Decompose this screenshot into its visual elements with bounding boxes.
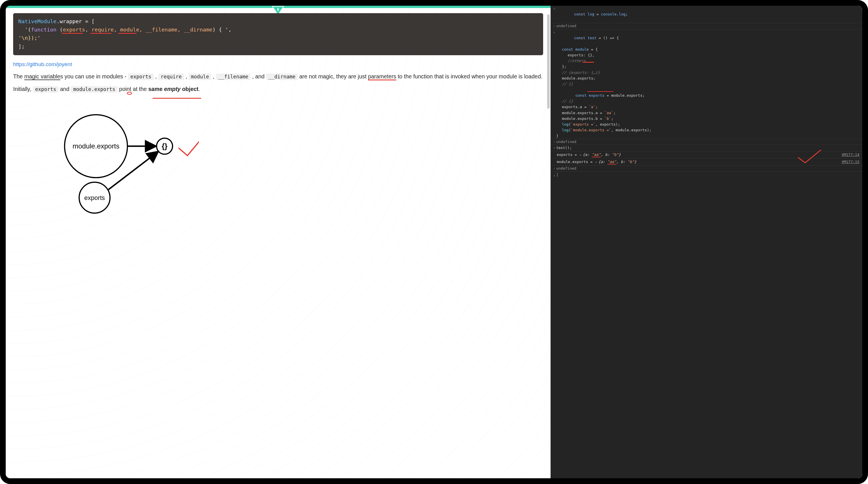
return-icon <box>552 166 556 171</box>
article-panel: NativeModule.wrapper = [ '(function (exp… <box>6 6 551 478</box>
code-pill-exports: exports <box>128 74 154 80</box>
code-text: NativeModule <box>18 18 57 24</box>
diagram-label-empty-object: {} <box>162 142 167 150</box>
source-link[interactable]: VM177:15 <box>841 159 860 165</box>
exports-diagram: module.exports exports {} <box>13 110 199 216</box>
devtools-console[interactable]: const log = console.log; undefined const… <box>551 6 862 478</box>
source-link[interactable]: https://github.com/joyent <box>13 61 72 68</box>
diagram-label-exports: exports <box>84 194 105 201</box>
code-pill-dirname: __dirname <box>266 74 298 80</box>
prompt-icon <box>552 6 556 23</box>
diagram-label-module-exports: module.exports <box>72 142 119 150</box>
paragraph-1: The magic variables you can use in modul… <box>13 73 543 80</box>
code-pill-exports2: exports <box>33 86 59 93</box>
console-input-line: const test = () => { <box>551 29 862 47</box>
prompt-icon <box>552 145 556 151</box>
console-return-line: undefined <box>551 166 862 171</box>
code-pill-filename: __filename <box>216 74 251 80</box>
svg-point-1 <box>127 92 132 94</box>
prompt-icon <box>552 29 556 47</box>
paragraph-2: Initially, exports and module.exports po… <box>13 85 543 101</box>
source-link[interactable]: VM177:14 <box>841 152 860 158</box>
progress-bar <box>6 6 551 8</box>
annotation-underline <box>153 98 201 99</box>
code-pill-module: module <box>189 74 211 80</box>
annotation-underline <box>583 62 594 63</box>
console-prompt[interactable] <box>551 172 862 178</box>
console-return-line: undefined <box>551 139 862 145</box>
console-return-line: undefined <box>551 23 862 29</box>
console-input-line: const log = console.log; <box>551 6 862 23</box>
return-icon <box>552 139 556 145</box>
annotation-check-icon <box>797 149 822 165</box>
text-cursor <box>557 173 557 177</box>
annotation-circle-icon <box>127 91 133 95</box>
code-pill-moduleexports: module.exports <box>71 86 118 93</box>
prompt-icon <box>552 173 556 178</box>
code-pill-require: require <box>158 74 184 80</box>
code-block: NativeModule.wrapper = [ '(function (exp… <box>13 13 543 55</box>
return-icon <box>552 23 556 29</box>
